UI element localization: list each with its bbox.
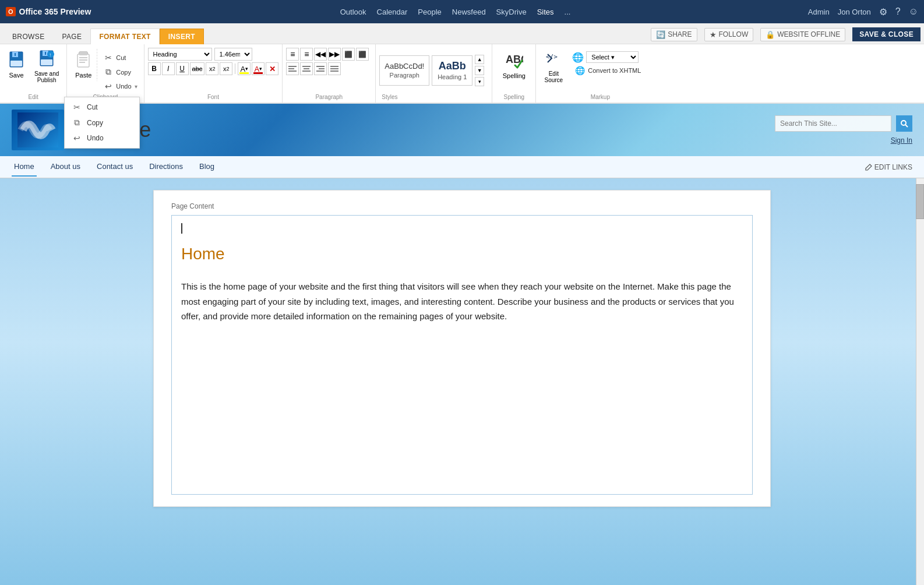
underline-button[interactable]: U xyxy=(176,62,189,75)
tab-insert[interactable]: INSERT xyxy=(160,29,204,44)
copy-button[interactable]: ⧉ Copy xyxy=(101,65,140,79)
font-size-select[interactable]: 1.46em xyxy=(214,48,252,61)
nav-contact[interactable]: Contact us xyxy=(94,157,135,177)
styles-scroll-down[interactable]: ▼ xyxy=(475,66,484,75)
save-label: Save xyxy=(9,72,23,79)
italic-button[interactable]: I xyxy=(162,62,175,75)
style-paragraph[interactable]: AaBbCcDd! Paragraph xyxy=(379,55,429,86)
site-search-button[interactable] xyxy=(896,115,912,132)
save-button[interactable]: Save xyxy=(3,48,29,82)
ordered-list-button[interactable]: ≡ xyxy=(300,48,313,61)
sign-in-link[interactable]: Sign In xyxy=(891,136,912,145)
translate-button[interactable]: 🌐 Select ▾ xyxy=(572,51,644,63)
justify-button[interactable] xyxy=(328,62,341,75)
nav-ellipsis[interactable]: ... xyxy=(565,8,571,16)
offline-label: WEBSITE OFFLINE xyxy=(777,30,840,38)
app-logo[interactable]: O Office 365 Preview xyxy=(6,7,91,16)
remove-format-button[interactable]: ✕ xyxy=(266,62,278,75)
site-header-right: Sign In xyxy=(775,115,912,145)
edit-links-button[interactable]: EDIT LINKS xyxy=(865,163,912,171)
dropdown-copy-item[interactable]: ⧉ Copy xyxy=(65,115,139,131)
indent-button[interactable]: ▶▶ xyxy=(328,48,341,61)
font-group-label: Font xyxy=(148,93,279,101)
follow-button[interactable]: ★ FOLLOW xyxy=(704,28,754,41)
gear-icon[interactable]: ⚙ xyxy=(879,6,887,17)
svg-text:</>: </> xyxy=(546,53,558,61)
ltr-button[interactable]: ⬛ xyxy=(342,48,355,61)
svg-rect-3 xyxy=(15,53,16,56)
logo-icon: O xyxy=(6,7,16,16)
top-nav-links: Outlook Calendar People Newsfeed SkyDriv… xyxy=(103,8,807,16)
tab-browse[interactable]: BROWSE xyxy=(3,29,54,44)
undo-button[interactable]: ↩ Undo ▾ xyxy=(101,80,140,93)
align-center-button[interactable] xyxy=(300,62,313,75)
site-nav: Home About us Contact us Directions Blog… xyxy=(0,156,924,178)
rtl-button[interactable]: ⬛ xyxy=(356,48,369,61)
strikethrough-button[interactable]: abc xyxy=(190,62,205,75)
edit-source-label: Edit Source xyxy=(544,71,563,83)
subscript-button[interactable]: x2 xyxy=(206,62,218,75)
dropdown-undo-label: Undo xyxy=(87,134,104,142)
style-heading1-label: Heading 1 xyxy=(438,73,467,80)
align-left-button[interactable] xyxy=(286,62,299,75)
font-style-select[interactable]: Heading xyxy=(148,48,212,61)
nav-calendar[interactable]: Calendar xyxy=(377,8,408,16)
tab-format-text[interactable]: FORMAT TEXT xyxy=(90,29,159,44)
styles-expand-button[interactable]: ▾ xyxy=(475,77,484,86)
cut-icon: ✂ xyxy=(104,53,113,62)
nav-blog[interactable]: Blog xyxy=(197,157,217,177)
svg-line-32 xyxy=(905,125,908,127)
help-icon[interactable]: ? xyxy=(895,6,901,17)
nav-newsfeed[interactable]: Newsfeed xyxy=(452,8,486,16)
site-search-input[interactable] xyxy=(775,115,891,132)
font-color-button[interactable]: A ▾ xyxy=(252,62,264,75)
content-editor[interactable]: Home This is the home page of your websi… xyxy=(171,215,753,495)
scrollbar-thumb[interactable] xyxy=(916,184,924,219)
nav-people[interactable]: People xyxy=(418,8,441,16)
ribbon-tabs-row: BROWSE PAGE FORMAT TEXT INSERT 🔄 SHARE ★… xyxy=(0,23,924,44)
convert-xhtml-button[interactable]: 🌐 Convert to XHTML xyxy=(572,64,644,77)
styles-scroll-up[interactable]: ▲ xyxy=(475,55,484,64)
superscript-button[interactable]: x2 xyxy=(220,62,232,75)
nav-outlook[interactable]: Outlook xyxy=(340,8,366,16)
styles-expand-col: ▲ ▼ ▾ xyxy=(475,54,484,87)
dropdown-cut-label: Cut xyxy=(87,103,98,111)
nav-skydrive[interactable]: SkyDrive xyxy=(496,8,527,16)
style-paragraph-preview: AaBbCcDd! xyxy=(385,62,424,71)
align-right-button[interactable] xyxy=(314,62,327,75)
cut-button[interactable]: ✂ Cut xyxy=(101,51,140,64)
outdent-button[interactable]: ◀◀ xyxy=(314,48,327,61)
ribbon-group-edit: Save ↑ Save and Publish Edit xyxy=(0,44,67,103)
edit-source-button[interactable]: </> Edit Source xyxy=(539,48,567,85)
user-name[interactable]: Jon Orton xyxy=(838,8,871,16)
dropdown-cut-item[interactable]: ✂ Cut xyxy=(65,100,139,115)
tab-page[interactable]: PAGE xyxy=(54,29,91,44)
unordered-list-button[interactable]: ≡ xyxy=(286,48,299,61)
share-button[interactable]: 🔄 SHARE xyxy=(651,28,697,41)
style-heading1-preview: AaBb xyxy=(439,60,466,72)
nav-home[interactable]: Home xyxy=(12,157,37,177)
undo-icon: ↩ xyxy=(104,82,113,91)
dropdown-undo-item[interactable]: ↩ Undo xyxy=(65,131,139,146)
paste-button[interactable]: Paste xyxy=(70,48,97,82)
spelling-button[interactable]: ABC Spelling xyxy=(499,48,530,82)
offline-button[interactable]: 🔒 WEBSITE OFFLINE xyxy=(760,28,845,41)
select-dropdown[interactable]: Select ▾ xyxy=(586,51,639,63)
save-close-button[interactable]: SAVE & CLOSE xyxy=(852,27,921,41)
top-nav-bar: O Office 365 Preview Outlook Calendar Pe… xyxy=(0,0,924,23)
save-publish-button[interactable]: ↑ Save and Publish xyxy=(30,48,63,85)
nav-sites[interactable]: Sites xyxy=(537,8,554,16)
smiley-icon[interactable]: ☺ xyxy=(909,6,918,17)
style-heading1[interactable]: AaBb Heading 1 xyxy=(432,55,472,86)
admin-link[interactable]: Admin xyxy=(808,8,830,16)
nav-directions[interactable]: Directions xyxy=(147,157,185,177)
copy-icon: ⧉ xyxy=(104,67,113,77)
highlight-dropdown-arrow[interactable]: ▾ xyxy=(245,66,248,72)
spelling-group-label: Spelling xyxy=(496,93,532,101)
highlight-color-button[interactable]: A ▾ xyxy=(238,62,251,75)
svg-rect-12 xyxy=(79,52,87,55)
bold-button[interactable]: B xyxy=(148,62,161,75)
font-color-dropdown-arrow[interactable]: ▾ xyxy=(259,66,262,72)
nav-about[interactable]: About us xyxy=(48,157,83,177)
markup-group-label: Markup xyxy=(539,93,661,101)
